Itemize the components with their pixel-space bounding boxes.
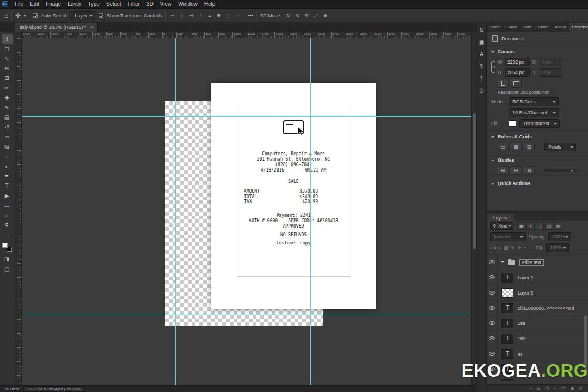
- layer-effects-icon[interactable]: fx: [537, 386, 540, 391]
- vertical-scrollbar[interactable]: [471, 32, 476, 385]
- layer-visibility-toggle[interactable]: [487, 346, 498, 362]
- layer-name[interactable]: m: [518, 351, 522, 357]
- rotate-3d-icon[interactable]: ↻: [285, 13, 292, 19]
- adjustment-layer-icon[interactable]: ◐: [554, 386, 556, 391]
- layer-thumbnail[interactable]: T: [501, 349, 513, 359]
- marquee-tool[interactable]: ◻: [2, 44, 13, 53]
- portrait-orientation-button[interactable]: [498, 79, 509, 88]
- layer-filter-kind-dropdown[interactable]: ⚲ Kind: [490, 222, 513, 230]
- blend-mode-dropdown[interactable]: Normal: [490, 232, 526, 241]
- units-dropdown[interactable]: Pixels: [544, 143, 576, 151]
- align-bottom-icon[interactable]: ⊥: [197, 13, 204, 19]
- layer-visibility-toggle[interactable]: [487, 316, 498, 331]
- snap-toggle-icon[interactable]: ▤: [524, 143, 535, 151]
- distribute-horizontal-icon[interactable]: ⋯: [234, 13, 241, 19]
- bit-depth-dropdown[interactable]: 16 Bits/Channel: [509, 108, 559, 117]
- new-guide-icon[interactable]: ⊞: [498, 166, 509, 175]
- distribute-icon[interactable]: ⋮: [224, 13, 231, 19]
- layer-thumbnail[interactable]: T: [501, 334, 513, 344]
- foreground-color-swatch[interactable]: [2, 243, 8, 248]
- menu-item[interactable]: File: [11, 1, 27, 7]
- layer-row[interactable]: T 169: [487, 331, 588, 346]
- height-field[interactable]: 2854 px: [505, 68, 530, 77]
- color-swatches[interactable]: [2, 243, 12, 252]
- comments-panel-icon[interactable]: ▣: [479, 39, 484, 45]
- quick-selection-tool[interactable]: ✳: [2, 63, 13, 73]
- menu-item[interactable]: Filter: [125, 1, 143, 7]
- eyedropper-tool[interactable]: ✑: [2, 83, 13, 93]
- panel-tab[interactable]: Action: [552, 23, 569, 32]
- clone-stamp-tool[interactable]: ▤: [2, 112, 13, 122]
- clear-guides-icon[interactable]: ⊠: [524, 166, 535, 175]
- zoom-tool[interactable]: ⚲: [2, 220, 13, 230]
- more-options-icon[interactable]: •••: [248, 13, 253, 19]
- gradient-tool[interactable]: ▨: [2, 142, 13, 151]
- layer-name[interactable]: 169: [518, 336, 525, 341]
- filter-smart-objects-icon[interactable]: ▤: [554, 222, 562, 230]
- panel-tab[interactable]: Gradi: [504, 23, 519, 32]
- guide-layout-icon[interactable]: ⊟: [511, 166, 522, 175]
- layer-visibility-toggle[interactable]: [487, 331, 498, 346]
- filter-type-layers-icon[interactable]: T: [536, 222, 544, 230]
- layer-thumbnail[interactable]: T: [501, 273, 513, 283]
- brush-tool[interactable]: ✎: [2, 102, 13, 112]
- canvas-section-header[interactable]: Canvas: [487, 46, 588, 56]
- layer-name[interactable]: cilla0000000..<<<<<<<<0 d: [518, 305, 574, 311]
- menu-item[interactable]: Window: [175, 1, 201, 7]
- panel-tab[interactable]: Properties: [569, 23, 588, 32]
- group-expand-chevron-icon[interactable]: [501, 261, 504, 265]
- layer-row[interactable]: T Layer 2: [487, 270, 588, 285]
- menu-item[interactable]: Edit: [27, 1, 42, 7]
- lock-pixels-icon[interactable]: ✎: [511, 245, 514, 250]
- fill-color-swatch[interactable]: [509, 120, 516, 127]
- link-layers-icon[interactable]: ∞: [529, 386, 532, 391]
- tool-preset-chevron-icon[interactable]: ▾: [24, 14, 26, 17]
- document-tab[interactable]: Italy id.psd @ 20.7% (RGB/16) *×: [15, 23, 98, 32]
- pen-tool[interactable]: ✒: [2, 171, 13, 181]
- layer-row[interactable]: T m: [487, 346, 588, 362]
- quick-actions-section-header[interactable]: Quick Actions: [487, 177, 588, 188]
- align-left-icon[interactable]: ⊢: [169, 13, 176, 19]
- slide-3d-icon[interactable]: ⤢: [313, 13, 320, 19]
- history-panel-icon[interactable]: ⇅: [479, 27, 483, 33]
- layer-thumbnail[interactable]: T: [501, 318, 513, 328]
- menu-item[interactable]: Select: [103, 1, 125, 7]
- document-info[interactable]: 2232 px x 2854 px (250 ppi): [23, 386, 85, 392]
- layer-visibility-toggle[interactable]: [487, 285, 498, 301]
- auto-select-target-dropdown[interactable]: Layer: [71, 11, 95, 20]
- roll-3d-icon[interactable]: ⟲: [294, 13, 301, 19]
- grid-toggle-icon[interactable]: ▦: [511, 143, 522, 151]
- edit-toolbar-button[interactable]: ⋯: [2, 230, 13, 240]
- layer-name[interactable]: Layer 3: [518, 290, 533, 296]
- layers-tab[interactable]: Layers: [487, 214, 514, 223]
- menu-item[interactable]: Type: [84, 1, 103, 7]
- width-field[interactable]: 2232 px: [505, 58, 530, 66]
- layer-mask-icon[interactable]: ◻: [546, 386, 549, 391]
- layer-name[interactable]: Layer 2: [518, 275, 533, 280]
- layer-group-icon[interactable]: ▢: [561, 386, 566, 391]
- dodge-tool[interactable]: ◐: [2, 161, 13, 171]
- drag-3d-icon[interactable]: ✥: [303, 13, 310, 19]
- layer-row[interactable]: Layer 3: [487, 285, 588, 301]
- shape-tool[interactable]: ▭: [2, 200, 13, 210]
- lock-position-icon[interactable]: ✛: [517, 245, 521, 250]
- x-field[interactable]: 0 px: [540, 58, 561, 66]
- glyphs-panel-icon[interactable]: ƒ: [480, 75, 483, 81]
- hand-tool[interactable]: ☞: [2, 210, 13, 220]
- layer-visibility-toggle[interactable]: [487, 255, 498, 270]
- y-field[interactable]: 0 px: [540, 68, 561, 77]
- ruler-toggle-icon[interactable]: ▭: [498, 143, 509, 151]
- clone-source-panel-icon[interactable]: ◎: [479, 87, 484, 93]
- color-mode-dropdown[interactable]: RGB Color: [509, 97, 559, 106]
- filter-pixel-layers-icon[interactable]: ▦: [517, 222, 525, 230]
- path-selection-tool[interactable]: ▶: [2, 191, 13, 200]
- align-top-icon[interactable]: ⊤: [178, 13, 185, 19]
- receipt-document[interactable]: Computers, Repair & More 201 Hannah St, …: [211, 83, 376, 309]
- layer-name[interactable]: 1sa: [518, 321, 525, 326]
- move-tool[interactable]: ✛: [2, 34, 13, 44]
- guide-style-dropdown[interactable]: [544, 169, 576, 172]
- close-tab-icon[interactable]: ×: [90, 24, 93, 30]
- scrollbar-thumb[interactable]: [473, 113, 476, 249]
- layer-thumbnail[interactable]: [501, 288, 513, 298]
- type-tool[interactable]: T: [2, 181, 13, 191]
